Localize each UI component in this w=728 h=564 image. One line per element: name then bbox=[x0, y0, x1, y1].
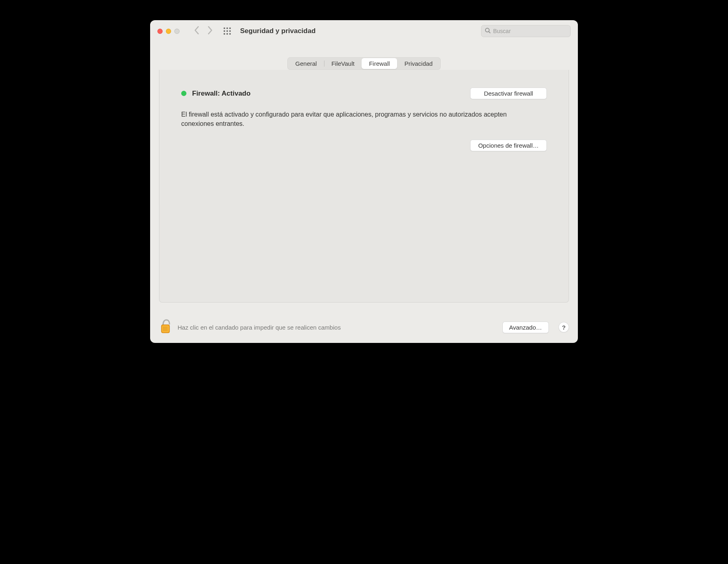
toolbar: Seguridad y privacidad bbox=[150, 20, 578, 42]
tab-firewall[interactable]: Firewall bbox=[362, 58, 397, 69]
svg-point-6 bbox=[224, 33, 225, 35]
firewall-status: Firewall: Activado bbox=[181, 90, 251, 98]
forward-button bbox=[207, 26, 213, 36]
firewall-pane: Firewall: Activado Desactivar firewall E… bbox=[159, 70, 569, 303]
lock-icon[interactable] bbox=[159, 318, 172, 336]
tab-filevault[interactable]: FileVault bbox=[324, 58, 362, 69]
svg-point-7 bbox=[226, 33, 228, 35]
firewall-status-label: Firewall: Activado bbox=[192, 90, 251, 98]
back-button[interactable] bbox=[194, 26, 200, 36]
search-input[interactable] bbox=[493, 28, 567, 34]
help-button[interactable]: ? bbox=[559, 322, 569, 332]
firewall-status-row: Firewall: Activado Desactivar firewall bbox=[181, 88, 547, 99]
show-all-button[interactable] bbox=[223, 27, 231, 35]
tab-general[interactable]: General bbox=[288, 58, 324, 69]
tabbar: General FileVault Firewall Privacidad bbox=[150, 42, 578, 70]
search-field[interactable] bbox=[481, 25, 571, 37]
lock-hint-text: Haz clic en el candado para impedir que … bbox=[178, 324, 341, 331]
segmented-control: General FileVault Firewall Privacidad bbox=[287, 57, 441, 70]
svg-line-10 bbox=[489, 31, 490, 33]
svg-point-8 bbox=[229, 33, 231, 35]
minimize-window-button[interactable] bbox=[166, 29, 171, 34]
svg-point-1 bbox=[226, 27, 228, 29]
svg-point-4 bbox=[226, 30, 228, 32]
svg-point-2 bbox=[229, 27, 231, 29]
firewall-options-button[interactable]: Opciones de firewall… bbox=[470, 140, 547, 151]
footer: Haz clic en el candado para impedir que … bbox=[150, 311, 578, 343]
svg-point-9 bbox=[485, 28, 489, 31]
traffic-lights bbox=[157, 29, 180, 34]
preferences-window: Seguridad y privacidad General FileVault… bbox=[150, 20, 578, 343]
disable-firewall-button[interactable]: Desactivar firewall bbox=[470, 88, 547, 99]
close-window-button[interactable] bbox=[157, 29, 163, 34]
firewall-description: El firewall está activado y configurado … bbox=[181, 110, 536, 128]
zoom-window-button bbox=[174, 29, 180, 34]
advanced-button[interactable]: Avanzado… bbox=[502, 322, 549, 333]
svg-point-5 bbox=[229, 30, 231, 32]
svg-point-3 bbox=[224, 30, 225, 32]
search-icon bbox=[485, 27, 491, 35]
toolbar-nav bbox=[194, 26, 213, 36]
window-title: Seguridad y privacidad bbox=[240, 27, 316, 35]
svg-rect-12 bbox=[162, 326, 169, 332]
status-indicator-dot bbox=[181, 91, 186, 96]
svg-point-0 bbox=[224, 27, 225, 29]
tab-privacy[interactable]: Privacidad bbox=[397, 58, 440, 69]
